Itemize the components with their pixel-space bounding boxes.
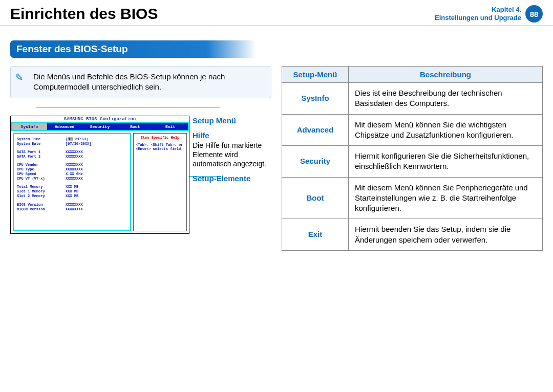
th-desc: Beschreibung bbox=[349, 67, 543, 83]
bios-row: Total MemoryXXX MB bbox=[17, 185, 127, 189]
bios-left-pane: System Time[10:21:53] System Date[07/30/… bbox=[13, 133, 131, 231]
pencil-icon: ✎ bbox=[15, 71, 24, 84]
chapter-text: Kapitel 4. Einstellungen und Upgrade bbox=[435, 6, 521, 23]
bios-row: CPU VT (VT-x)XXXXXXXX bbox=[17, 177, 127, 181]
menu-desc: Dies ist eine Beschreibung der technisch… bbox=[349, 83, 543, 115]
bios-tab-advanced[interactable]: Advanced bbox=[47, 123, 82, 130]
bios-window: SAMSUNG BIOS Configuration SysInfo Advan… bbox=[10, 116, 189, 234]
menu-name: Security bbox=[282, 146, 349, 178]
bios-title: SAMSUNG BIOS Configuration bbox=[11, 116, 189, 122]
callout-help: Hilfe Die Hilfe für markierte Elemente w… bbox=[193, 130, 271, 168]
chapter-line1: Kapitel 4. bbox=[435, 6, 521, 14]
menu-desc: Mit diesem Menü können Sie die wichtigst… bbox=[349, 114, 543, 146]
chapter-line2: Einstellungen und Upgrade bbox=[435, 14, 521, 22]
bios-tabs: SysInfo Advanced Security Boot Exit bbox=[11, 122, 189, 131]
page-header: Einrichten des BIOS Kapitel 4. Einstellu… bbox=[0, 0, 553, 26]
table-row: Boot Mit diesem Menü können Sie Peripher… bbox=[282, 177, 543, 219]
callout-setup-menu: Setup Menü bbox=[193, 116, 271, 126]
note-box: ✎ Die Menüs und Befehle des BIOS-Setup k… bbox=[10, 66, 271, 98]
menu-desc: Mit diesem Menü können Sie Peripherieger… bbox=[349, 177, 543, 219]
bios-help-text: <Tab>, <Shift-Tab>, or <Enter> selects f… bbox=[136, 143, 184, 151]
callouts: Setup Menü Hilfe Die Hilfe für markierte… bbox=[189, 116, 271, 234]
bios-row: Slot 1 MemoryXXX MB bbox=[17, 189, 127, 194]
bios-row: SATA Port 2XXXXXXXX bbox=[17, 155, 127, 159]
table-row: Exit Hiermit beenden Sie das Setup, inde… bbox=[282, 219, 543, 251]
menu-name: SysInfo bbox=[282, 83, 349, 115]
bios-row: Slot 2 MemoryXXX MB bbox=[17, 194, 127, 199]
chapter-block: Kapitel 4. Einstellungen und Upgrade 88 bbox=[435, 5, 543, 23]
setup-menu-table: Setup-Menü Beschreibung SysInfo Dies ist… bbox=[282, 66, 543, 251]
menu-name: Advanced bbox=[282, 114, 349, 146]
bios-row: CPU VenderXXXXXXXX bbox=[17, 163, 127, 167]
th-menu: Setup-Menü bbox=[282, 67, 349, 83]
bios-row: CPU SpeedX.XX GHz bbox=[17, 172, 127, 177]
table-row: Security Hiermit konfigurieren Sie die S… bbox=[282, 146, 543, 178]
bios-tab-security[interactable]: Security bbox=[82, 123, 118, 130]
bios-row: MICOM VersionXXXXXXXX bbox=[17, 207, 127, 212]
bios-row: SATA Port 1XXXXXXXX bbox=[17, 150, 127, 155]
table-row: SysInfo Dies ist eine Beschreibung der t… bbox=[282, 83, 543, 115]
menu-name: Exit bbox=[282, 219, 349, 251]
table-row: Advanced Mit diesem Menü können Sie die … bbox=[282, 114, 543, 146]
note-text: Die Menüs und Befehle des BIOS-Setup kön… bbox=[33, 72, 225, 91]
callout-setup-elements: Setup-Elemente bbox=[193, 173, 271, 184]
bios-row: BIOS VersionXXXXXXXX bbox=[17, 203, 127, 207]
bios-row: System Time[10:21:53] bbox=[17, 137, 127, 142]
page-title: Einrichten des BIOS bbox=[10, 5, 158, 23]
page-number: 88 bbox=[525, 5, 543, 23]
callout-line-icon bbox=[36, 107, 220, 107]
section-heading: Fenster des BIOS-Setup bbox=[10, 40, 256, 58]
bios-row: System Date[07/30/20XX] bbox=[17, 142, 127, 146]
bios-right-pane: Item Specific Help <Tab>, <Shift-Tab>, o… bbox=[133, 133, 187, 231]
bios-tab-boot[interactable]: Boot bbox=[117, 123, 153, 130]
bios-row: CPU TypeXXXXXXXX bbox=[17, 167, 127, 172]
menu-desc: Hiermit beenden Sie das Setup, indem sie… bbox=[349, 219, 543, 251]
bios-help-title: Item Specific Help bbox=[136, 136, 184, 140]
menu-desc: Hiermit konfigurieren Sie die Sicherheit… bbox=[349, 146, 543, 178]
menu-name: Boot bbox=[282, 177, 349, 219]
bios-tab-sysinfo[interactable]: SysInfo bbox=[12, 123, 47, 130]
bios-tab-exit[interactable]: Exit bbox=[153, 123, 188, 130]
